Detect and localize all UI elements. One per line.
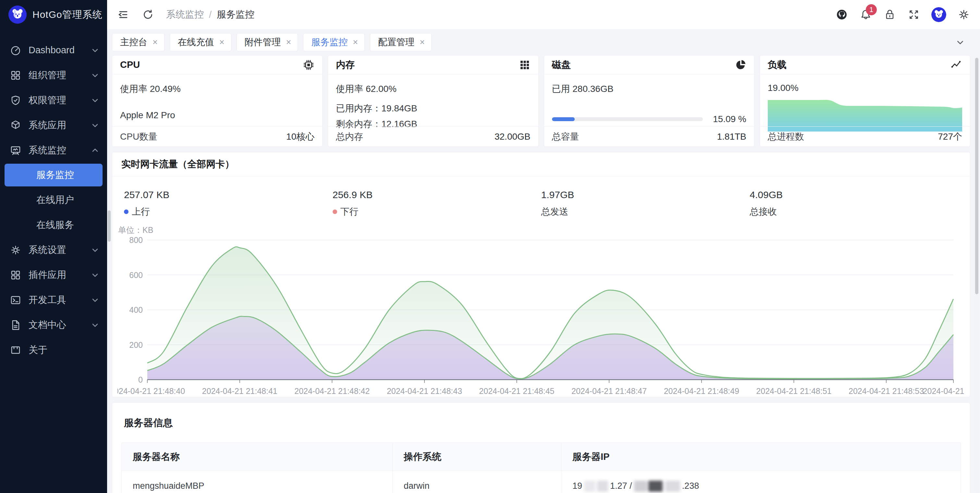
lock-icon[interactable] <box>883 8 896 21</box>
svg-text:200: 200 <box>129 340 143 349</box>
svg-text:600: 600 <box>129 271 143 280</box>
tab-配置管理[interactable]: 配置管理× <box>370 33 431 51</box>
notifications-button[interactable]: 1 <box>859 8 872 21</box>
sidebar-subitem-active[interactable]: 服务监控 <box>5 164 103 187</box>
network-stat-value: 257.07 KB <box>124 189 332 200</box>
tab-主控台[interactable]: 主控台× <box>112 33 164 51</box>
network-stat: 1.97GB总发送 <box>541 189 750 218</box>
network-stat-label: 总接收 <box>749 206 958 218</box>
network-stat: 257.07 KB上行 <box>124 189 332 218</box>
app-logo[interactable]: HotGo管理系统 <box>0 0 107 29</box>
server-ip-cell: 191.27 / .238 <box>562 471 961 493</box>
breadcrumb: 系统监控 / 服务监控 <box>166 8 255 21</box>
chevron-up-icon <box>91 146 99 155</box>
memory-used: 已用内存：19.84GB <box>336 102 530 115</box>
tabbar: 主控台×在线充值×附件管理×服务监控×配置管理× <box>107 29 980 55</box>
plugin-grid-icon <box>10 269 21 281</box>
network-stat-label-text: 下行 <box>340 206 359 218</box>
sidebar-item-label: 系统应用 <box>29 119 66 132</box>
network-stat: 256.9 KB下行 <box>332 189 541 218</box>
sidebar-item-dashboard[interactable]: Dashboard <box>0 38 107 63</box>
breadcrumb-parent[interactable]: 系统监控 <box>166 8 204 21</box>
tab-附件管理[interactable]: 附件管理× <box>237 33 298 51</box>
table-row: mengshuaideMBPdarwin191.27 / .238 <box>122 471 961 493</box>
redacted-ip-segment <box>584 481 608 492</box>
user-avatar[interactable] <box>931 7 946 22</box>
load-card: 负载 19.00% 总进程数 727个 <box>760 55 970 147</box>
page-scrollbar-thumb[interactable] <box>975 58 978 294</box>
settings-gear-icon[interactable] <box>957 8 970 21</box>
tab-options-chevron-down-icon[interactable] <box>955 37 966 48</box>
tab-label: 主控台 <box>120 36 147 48</box>
notification-badge: 1 <box>866 4 877 15</box>
gear-icon <box>10 244 21 256</box>
sidebar-item-sysapp[interactable]: 系统应用 <box>0 113 107 138</box>
sidebar-subitem[interactable]: 在线服务 <box>0 212 107 238</box>
content-scrollbar-thumb[interactable] <box>108 211 111 242</box>
tab-在线充值[interactable]: 在线充值× <box>170 33 231 51</box>
network-traffic-card: 实时网卡流量（全部网卡） 257.07 KB上行256.9 KB下行1.97GB… <box>112 152 970 397</box>
tab-label: 附件管理 <box>245 36 281 48</box>
disk-percent: 15.09 % <box>709 113 746 125</box>
fullscreen-icon[interactable] <box>907 8 920 21</box>
memory-grid-icon <box>519 59 531 71</box>
network-stat-label: 总发送 <box>541 206 750 218</box>
chevron-down-icon <box>91 246 99 254</box>
sidebar-item-label: 组织管理 <box>29 69 66 82</box>
sidebar-item-about[interactable]: 关于 <box>0 337 107 362</box>
chevron-down-icon <box>91 321 99 329</box>
network-stat-label-text: 总接收 <box>749 206 777 218</box>
svg-text:2024-04-21 21:48:51: 2024-04-21 21:48:51 <box>756 386 831 396</box>
disk-progress-bar <box>552 117 703 121</box>
cpu-chip-icon <box>303 59 315 71</box>
cube-icon <box>10 120 21 131</box>
disk-card-title: 磁盘 <box>552 59 571 72</box>
sidebar-item-plugin[interactable]: 插件应用 <box>0 262 107 287</box>
github-icon[interactable] <box>835 8 848 21</box>
server-info-title: 服务器信息 <box>124 416 961 430</box>
tab-close-icon[interactable]: × <box>353 38 358 47</box>
app-root: HotGo管理系统 Dashboard组织管理权限管理系统应用系统监控服务监控在… <box>0 0 980 493</box>
sidebar-subitem[interactable]: 在线用户 <box>0 187 107 212</box>
grid-icon <box>10 70 21 81</box>
sidebar-item-sysset[interactable]: 系统设置 <box>0 238 107 262</box>
sidebar-item-docs[interactable]: 文档中心 <box>0 313 107 337</box>
chevron-down-icon <box>91 296 99 304</box>
tab-close-icon[interactable]: × <box>220 38 224 47</box>
memory-footer-value: 32.00GB <box>495 132 531 142</box>
table-header-cell: 服务器名称 <box>122 443 393 471</box>
topbar: 系统监控 / 服务监控 1 <box>107 0 980 29</box>
sidebar-item-label: 系统监控 <box>29 144 66 157</box>
sidebar-item-sysmon[interactable]: 系统监控 <box>0 138 107 163</box>
svg-text:2024-04-21 21:48:45: 2024-04-21 21:48:45 <box>479 386 554 396</box>
sidebar-menu: Dashboard组织管理权限管理系统应用系统监控服务监控在线用户在线服务系统设… <box>0 29 107 362</box>
tab-close-icon[interactable]: × <box>153 38 158 47</box>
pulse-line-icon <box>950 59 962 71</box>
tab-close-icon[interactable]: × <box>420 38 425 47</box>
sidebar-item-perm[interactable]: 权限管理 <box>0 88 107 113</box>
network-stat: 4.09GB总接收 <box>749 189 958 218</box>
monitor-icon <box>10 145 21 156</box>
sidebar-item-label: 系统设置 <box>29 244 66 257</box>
tab-label: 配置管理 <box>378 36 414 48</box>
load-footer-label: 总进程数 <box>768 131 804 143</box>
svg-text:2024-04-21 21:48:47: 2024-04-21 21:48:47 <box>571 386 647 396</box>
shield-icon <box>10 94 21 106</box>
svg-text:2024-04-21 21:48:49: 2024-04-21 21:48:49 <box>664 386 739 396</box>
sidebar-item-devtool[interactable]: 开发工具 <box>0 287 107 313</box>
cpu-card: CPU 使用率 20.49% Apple M2 Pro CPU数量 10核心 <box>112 55 323 147</box>
tab-服务监控[interactable]: 服务监控× <box>303 33 365 51</box>
tab-label: 服务监控 <box>311 36 348 48</box>
app-title: HotGo管理系统 <box>32 8 103 21</box>
chevron-down-icon <box>91 271 99 279</box>
tab-close-icon[interactable]: × <box>286 38 291 47</box>
refresh-icon[interactable] <box>142 8 154 21</box>
sidebar: HotGo管理系统 Dashboard组织管理权限管理系统应用系统监控服务监控在… <box>0 0 107 493</box>
sidebar-item-label: Dashboard <box>29 45 75 56</box>
memory-card-title: 内存 <box>336 59 355 72</box>
sidebar-item-org[interactable]: 组织管理 <box>0 63 107 88</box>
menu-fold-icon[interactable] <box>117 8 130 21</box>
redacted-ip-segment <box>634 481 680 492</box>
network-chart: 0200400600800单位：KB2024-04-21 21:48:40202… <box>118 227 970 397</box>
tab-list: 主控台×在线充值×附件管理×服务监控×配置管理× <box>112 33 431 51</box>
